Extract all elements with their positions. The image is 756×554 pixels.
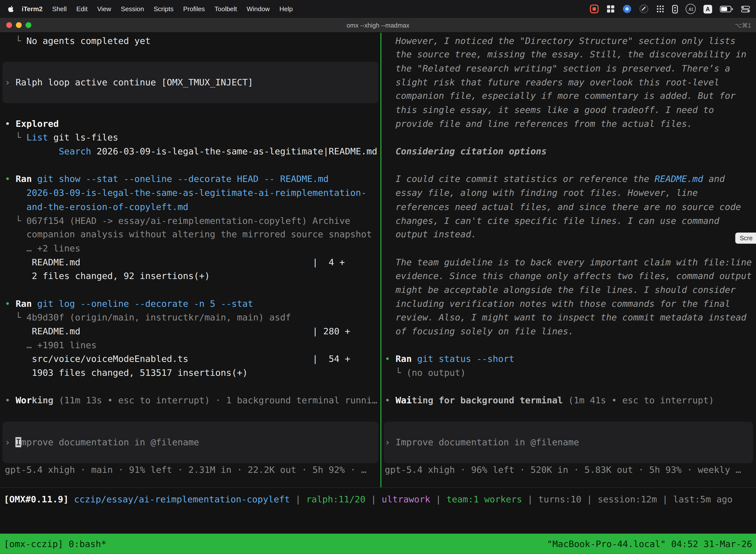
terminal-line: and-the-erosion-of-copyleft.md [5,200,381,214]
blue-app-icon[interactable] [623,4,632,13]
terminal-line: the "Related research writing" section i… [385,62,756,76]
terminal-line: • Waiting for background terminal (1m 41… [385,394,756,408]
terminal-line: └ List git ls-files [5,131,381,145]
terminal-line: … +1901 lines [5,339,381,352]
terminal-line: slight risk that future readers may over… [385,76,756,90]
control-center-icon[interactable] [741,5,750,12]
terminal-line [5,380,381,394]
terminal-line [5,408,381,422]
menu-item-toolbelt[interactable]: Toolbelt [209,5,242,12]
battery-icon[interactable] [720,5,733,12]
terminal-line: this single essay, it seems like a good … [385,103,756,117]
terminal-line: references need actual files, and since … [385,200,756,214]
terminal-line [385,131,756,145]
terminal-line [385,159,756,172]
window-shortcut-badge: ⌥⌘1 [735,18,751,32]
terminal-output-left: └ No agents completed yet› Ralph loop ac… [0,33,381,477]
terminal-line: evidence. Since this change only affects… [385,269,756,283]
terminal-line: I could cite commit statistics or refere… [385,172,756,186]
menu-item-view[interactable]: View [92,5,116,12]
menubar-status-icons: .61 A [589,4,750,14]
menu-item-edit[interactable]: Edit [71,5,92,12]
macos-menubar: iTerm2 Shell Edit View Session Scripts P… [0,0,756,18]
menu-item-shell[interactable]: Shell [47,5,71,12]
menu-item-help[interactable]: Help [274,5,298,12]
terminal-line: └ 4b9d30f (origin/main, instructkr/main,… [5,311,381,325]
terminal-line: Search 2026-03-09-is-legal-the-same-as-l… [5,145,381,159]
terminal-line: • Ran git status --short [385,352,756,366]
terminal-line: › Improve documentation in @filename [5,435,381,449]
input-source-label: A [706,5,710,12]
screen: iTerm2 Shell Edit View Session Scripts P… [0,0,756,554]
terminal-line [385,339,756,352]
apple-menu-icon[interactable] [8,5,14,12]
terminal-line [5,283,381,297]
terminal-line: README.md | 4 + [5,256,381,269]
terminal-line [385,449,756,463]
terminal-line: companion analysis without altering the … [5,228,381,242]
dots-grid-icon[interactable] [656,5,665,13]
dark-app-icon[interactable] [639,4,649,13]
terminal-line [5,48,381,62]
terminal-line: might be acceptable alongside the file l… [385,283,756,297]
terminal-output-right: However, I noticed the "Directory Struct… [382,33,756,477]
terminal-line [5,422,381,436]
terminal-line: └ No agents completed yet [5,34,381,48]
terminal-line: the source tree, missing the essay. Stil… [385,48,756,62]
terminal-line: • Explored [5,117,381,131]
screen-recording-icon[interactable] [589,4,599,13]
terminal-line: › Ralph loop active continue [OMX_TMUX_I… [5,76,381,90]
terminal-line: changes, I can't cite specific file line… [385,214,756,228]
menu-item-session[interactable]: Session [116,5,149,12]
terminal-line: • Working (11m 13s • esc to interrupt) ·… [5,394,381,408]
terminal-line: • Ran git log --oneline --decorate -n 5 … [5,297,381,311]
tmux-session-window-label[interactable]: [omx-cczip] 0:bash* [4,539,107,549]
tmux-host-clock-label: "MacBook-Pro-44.local" 04:52 31-Mar-26 [547,539,752,549]
menu-item-iterm2[interactable]: iTerm2 [17,5,47,12]
terminal-line: gpt-5.4 xhigh · main · 91% left · 2.31M … [5,463,381,477]
terminal-pane-right[interactable]: However, I noticed the "Directory Struct… [382,33,756,487]
omx-status-line: [OMX#0.11.9] cczip/essay/ai-reimplementa… [0,488,756,506]
terminal-line: provide file and line references from th… [385,117,756,131]
terminal-line: However, I noticed the "Directory Struct… [385,34,756,48]
slim-app-icon[interactable] [672,4,678,13]
terminal-line: review. Also, I might want to inspect th… [385,311,756,325]
terminal-line: 2 files changed, 92 insertions(+) [5,269,381,283]
terminal-line: └ (no output) [385,366,756,380]
terminal-line: including verification notes with those … [385,297,756,311]
terminal-line: … +2 lines [5,242,381,256]
terminal-line: of focusing solely on file lines. [385,325,756,339]
terminal-pane-left[interactable]: └ No agents completed yet› Ralph loop ac… [0,33,381,487]
screen-edge-tooltip: Scre [736,233,756,244]
terminal-line: The team guideline is to back every impo… [385,256,756,269]
terminal-line: companion file, especially if more comme… [385,89,756,103]
terminal-line: • Ran git show --stat --oneline --decora… [5,172,381,186]
terminal-line: Considering citation options [385,145,756,159]
terminal-line [385,408,756,422]
tmux-status-bar: [omx-cczip] 0:bash* "MacBook-Pro-44.loca… [0,534,756,554]
terminal-line [385,380,756,394]
menu-item-window[interactable]: Window [242,5,274,12]
terminal-line [385,422,756,436]
gauge-icon[interactable]: .61 [686,4,696,14]
terminal-line: gpt-5.4 xhigh · 96% left · 520K in · 5.8… [385,463,756,477]
terminal-line: › Improve documentation in @filename [385,435,756,449]
window-grid-icon[interactable] [607,5,615,13]
terminal-line: [OMX#0.11.9] cczip/essay/ai-reimplementa… [4,493,756,507]
menu-item-profiles[interactable]: Profiles [178,5,209,12]
terminal-line: README.md | 280 + [5,325,381,339]
terminal-line [5,449,381,463]
terminal-line: output instead. [385,228,756,242]
terminal-line [385,242,756,256]
window-title: omx --xhigh --madmax [0,18,756,32]
gauge-label: .61 [688,6,693,11]
input-source-icon[interactable]: A [703,4,712,13]
menu-item-scripts[interactable]: Scripts [149,5,178,12]
omx-status-area: [OMX#0.11.9] cczip/essay/ai-reimplementa… [0,487,756,534]
window-titlebar: omx --xhigh --madmax ⌥⌘1 [0,18,756,33]
terminal-line: 2026-03-09-is-legal-the-same-as-legitima… [5,186,381,200]
terminal-line: 1903 files changed, 513517 insertions(+) [5,366,381,380]
terminal-line: essay file, along with finding root file… [385,186,756,200]
terminal-line [5,103,381,117]
terminal-line [5,89,381,103]
